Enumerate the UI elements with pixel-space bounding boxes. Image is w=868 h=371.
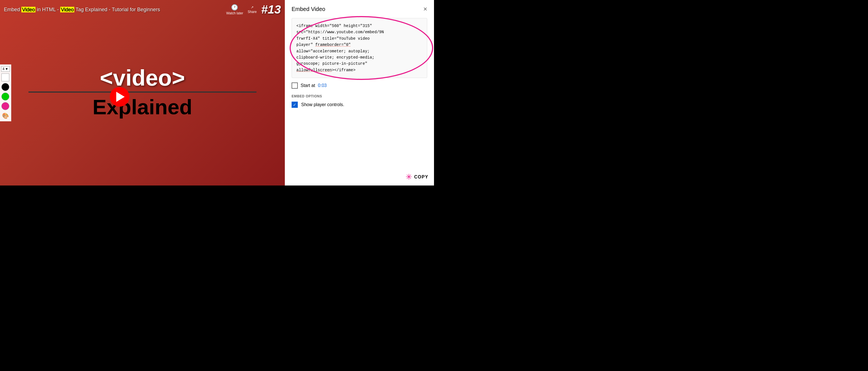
code-close-tag: ></iframe> [332, 68, 355, 72]
drawing-toolbar: 4 ▼ 🎨 [0, 64, 11, 121]
code-frameborder: frameborder="0" [315, 42, 351, 47]
watch-later-label: Watch later [226, 11, 243, 15]
video-side: Embed Video in HTML - Video Tag Explaine… [0, 0, 285, 185]
code-line7: gyroscope; picture-in-picture" [297, 61, 367, 66]
color-black[interactable] [1, 83, 9, 91]
code-allowfullscreen: allowfullscreen [297, 68, 332, 72]
show-controls-label: Show player controls. [301, 102, 344, 107]
start-at-time: 0:03 [318, 83, 327, 88]
clock-icon: 🕐 [231, 4, 238, 11]
video-title-bar: Embed Video in HTML - Video Tag Explaine… [0, 0, 285, 19]
show-controls-row: Show player controls. [291, 102, 427, 108]
code-line4-pre: player" [297, 42, 315, 47]
share-button[interactable]: ↗ Share [248, 5, 257, 14]
title-middle: in HTML - [35, 7, 60, 12]
play-triangle-icon [116, 92, 125, 102]
title-highlight2: Video [60, 7, 74, 12]
code-line5: allow="accelerometer; autoplay; [297, 49, 370, 54]
explained-text: Explained [28, 95, 256, 119]
title-prefix: Embed [4, 7, 21, 12]
watch-later-button[interactable]: 🕐 Watch later [226, 4, 243, 15]
color-green[interactable] [1, 93, 9, 100]
embed-panel: Embed Video × <iframe width="560" height… [285, 0, 434, 185]
asterisk-icon: ✳ [406, 172, 412, 182]
episode-badge: #13 [261, 3, 281, 16]
embed-options-header: EMBED OPTIONS [291, 94, 427, 98]
palette-icon[interactable]: 🎨 [1, 112, 9, 120]
video-title: Embed Video in HTML - Video Tag Explaine… [4, 7, 160, 13]
title-suffix: Tag Explained - Tutorial for Beginners [74, 7, 160, 12]
copy-label: COPY [414, 175, 428, 180]
embed-panel-header: Embed Video × [291, 6, 427, 12]
embed-code-area[interactable]: <iframe width="560" height="315" src="ht… [291, 18, 427, 78]
start-at-checkbox[interactable] [291, 83, 298, 89]
video-controls-top: 🕐 Watch later ↗ Share #13 [226, 3, 281, 16]
start-at-row: Start at 0:03 [291, 83, 427, 89]
close-button[interactable]: × [423, 6, 427, 12]
brush-size-selector[interactable]: 4 ▼ [1, 66, 10, 72]
video-tag-text: <video> [28, 67, 256, 89]
title-highlight1: Video [21, 7, 35, 12]
code-line6: clipboard-write; encrypted-media; [297, 55, 374, 60]
chevron-down-icon: ▼ [5, 67, 8, 71]
copy-bar[interactable]: ✳ COPY [400, 168, 434, 185]
code-line3: TrwrfI-X4" title="YouTube video [297, 36, 370, 41]
color-pink[interactable] [1, 102, 9, 110]
color-white[interactable] [1, 73, 9, 81]
brush-size-value: 4 [3, 67, 4, 71]
start-at-label: Start at [301, 83, 315, 88]
code-line2: src="https://www.youtube.com/embed/9N [297, 30, 384, 34]
video-thumbnail: <video> Explained [0, 0, 285, 185]
video-divider [28, 91, 256, 93]
show-controls-checkbox[interactable] [291, 102, 298, 108]
share-icon: ↗ [251, 5, 254, 9]
code-line1: <iframe width="560" height="315" [297, 24, 372, 28]
video-text-overlay: <video> Explained [28, 67, 256, 119]
embed-panel-title: Embed Video [291, 6, 326, 12]
share-label: Share [248, 10, 257, 14]
play-button[interactable] [110, 87, 129, 107]
